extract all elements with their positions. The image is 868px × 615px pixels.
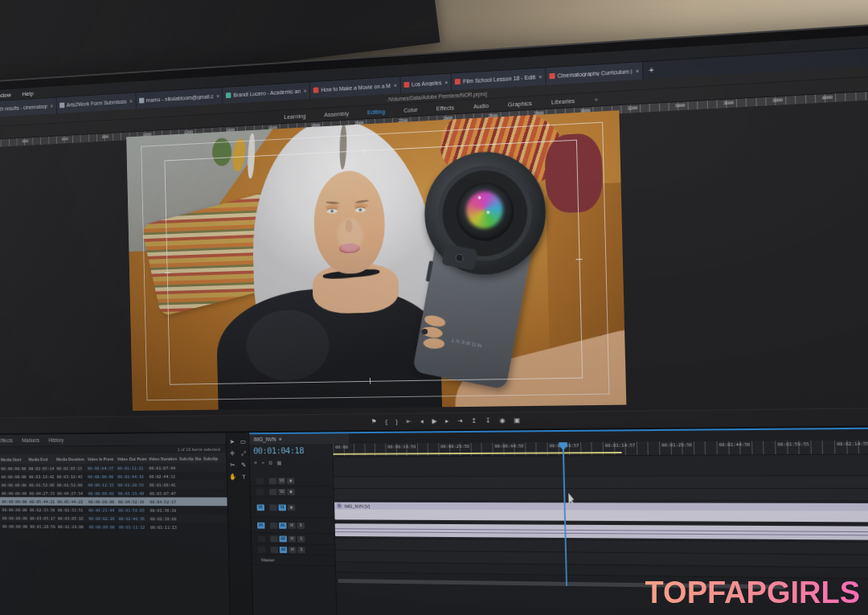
audio-clip[interactable] <box>335 523 868 540</box>
table-row[interactable]: 59.94 fps00:00:00:0000:02:05:1400:02:05:… <box>0 463 227 472</box>
table-row[interactable]: 59.94 fps00:00:00:0000:05:44:2100:05:44:… <box>0 497 227 506</box>
transport-button[interactable]: ▸ <box>445 418 448 424</box>
source-patch[interactable] <box>258 546 265 552</box>
track-header-a2[interactable]: A2MS <box>252 533 334 544</box>
tool-button[interactable]: ▭ <box>240 439 246 445</box>
transport-button[interactable]: ↥ <box>471 418 477 424</box>
transport-button[interactable]: ⇤ <box>407 419 412 425</box>
tab-close-icon[interactable]: × <box>393 83 397 88</box>
column-header[interactable]: Media Start <box>0 457 27 461</box>
column-header[interactable]: Subclip Start <box>177 456 201 461</box>
table-row[interactable]: 59.94 fps00:00:00:0000:01:52:0800:01:52:… <box>0 480 227 489</box>
tool-button[interactable]: ✎ <box>241 462 246 469</box>
table-row[interactable]: 59.94 fps00:00:00:0000:03:18:4200:03:18:… <box>0 472 227 481</box>
source-patch[interactable] <box>257 535 264 542</box>
track-header-a1[interactable]: A1A1MS <box>252 518 334 534</box>
transport-button[interactable]: ▣ <box>514 417 520 424</box>
source-patch[interactable]: V1 <box>257 504 264 510</box>
eye-icon[interactable]: ◉ <box>287 478 295 484</box>
track-header-v2[interactable]: V2◉ <box>251 486 334 498</box>
track-target[interactable]: A3 <box>280 547 288 553</box>
workspace-tab-effects[interactable]: Effects <box>436 104 455 112</box>
lock-icon[interactable] <box>269 504 276 510</box>
panel-tab-markers[interactable]: Markers <box>22 437 39 443</box>
tool-button[interactable]: ✛ <box>230 451 235 457</box>
workspace-tab-graphics[interactable]: Graphics <box>508 99 532 108</box>
track-target[interactable]: A2 <box>279 535 287 542</box>
tab-close-icon[interactable]: × <box>635 68 639 74</box>
timeline-icon[interactable]: ⧉ <box>268 460 272 466</box>
track-target[interactable]: V1 <box>278 504 286 510</box>
lock-icon[interactable] <box>270 522 277 528</box>
column-header[interactable]: Video Duration <box>146 456 177 461</box>
tab-close-icon[interactable]: × <box>129 98 133 104</box>
transport-button[interactable]: ⇥ <box>457 418 463 424</box>
panel-tab-history[interactable]: History <box>48 437 63 443</box>
table-row[interactable]: 59.94 fps00:00:00:0000:04:27:3300:04:27:… <box>0 489 227 498</box>
track-header-v3[interactable]: V3◉ <box>250 475 333 486</box>
tab-close-icon[interactable]: × <box>215 93 219 99</box>
source-patch[interactable]: A1 <box>257 522 264 528</box>
timeline-icon[interactable]: ▦ <box>276 460 281 466</box>
master-track-header[interactable]: Master <box>252 556 335 567</box>
workspace-tab-editing[interactable]: Editing <box>367 108 385 116</box>
column-header[interactable]: Video Out Point <box>115 457 146 461</box>
eye-icon[interactable]: ◉ <box>288 504 296 510</box>
video-clip[interactable]: fx IMG_NVN [V] <box>334 502 868 523</box>
workspace-tab-color[interactable]: Color <box>403 105 418 113</box>
tab-close-icon[interactable]: × <box>444 80 448 85</box>
solo-button[interactable]: S <box>297 535 305 542</box>
tool-button[interactable]: ➤ <box>229 439 234 445</box>
tool-button[interactable]: ✋ <box>229 474 236 481</box>
workspace-overflow-icon[interactable]: » <box>595 96 598 103</box>
solo-button[interactable]: S <box>297 523 305 529</box>
lock-icon[interactable] <box>269 489 276 495</box>
column-header[interactable]: Media End <box>27 457 55 461</box>
source-patch[interactable] <box>256 478 264 484</box>
lock-icon[interactable] <box>271 547 278 553</box>
track-target[interactable]: V3 <box>278 478 286 484</box>
workspace-tab-assembly[interactable]: Assembly <box>324 109 349 118</box>
tab-close-icon[interactable]: × <box>538 74 542 80</box>
track-header-v1[interactable]: V1V1◉ <box>251 498 334 519</box>
transport-button[interactable]: } <box>395 419 398 425</box>
tool-button[interactable]: T <box>242 474 246 481</box>
source-patch[interactable] <box>256 489 264 495</box>
track-v2[interactable] <box>334 489 868 502</box>
transport-button[interactable]: ◉ <box>499 417 505 424</box>
timeline-icon[interactable]: ≡ <box>254 460 257 466</box>
table-row[interactable]: 59.94 fps00:00:00:0000:01:28:5900:01:29:… <box>0 522 227 531</box>
column-header[interactable]: Subclip End <box>201 456 219 461</box>
track-v3[interactable] <box>334 476 868 489</box>
menu-item-help[interactable]: Help <box>22 90 33 97</box>
track-target[interactable]: A1 <box>279 522 287 528</box>
solo-button[interactable]: S <box>297 547 305 553</box>
column-header[interactable]: Media Duration <box>55 457 86 461</box>
panel-tab-effects[interactable]: Effects <box>0 438 13 444</box>
mute-button[interactable]: M <box>288 523 296 529</box>
transport-button[interactable]: { <box>385 419 387 425</box>
transport-button[interactable]: ▶ <box>432 418 436 424</box>
panel-menu-icon[interactable]: ≡ <box>279 437 282 442</box>
mute-button[interactable]: M <box>289 535 297 542</box>
transport-button[interactable]: ↧ <box>485 418 491 424</box>
work-area-bar[interactable] <box>334 452 622 455</box>
tab-close-icon[interactable]: × <box>303 88 307 93</box>
workspace-tab-audio[interactable]: Audio <box>473 101 489 109</box>
mute-button[interactable]: M <box>289 547 297 553</box>
timeline-icon[interactable]: ⌖ <box>261 460 264 466</box>
playhead-timecode[interactable]: 00:01:04:18 <box>253 445 304 456</box>
workspace-tab-libraries[interactable]: Libraries <box>551 96 575 105</box>
sequence-tab[interactable]: IMG_NVN ≡ <box>249 433 349 445</box>
lock-icon[interactable] <box>270 535 277 542</box>
track-header-a3[interactable]: A3MS <box>252 544 334 556</box>
track-v1[interactable]: fx IMG_NVN [V] <box>334 501 868 526</box>
tab-close-icon[interactable]: × <box>50 103 54 109</box>
tool-button[interactable]: ⤢ <box>241 451 246 457</box>
transport-button[interactable]: ◂ <box>420 419 424 425</box>
tool-button[interactable]: ✂ <box>230 462 235 469</box>
browser-tab[interactable]: Los Angeles× <box>400 74 452 94</box>
new-tab-button[interactable]: + <box>643 61 660 80</box>
eye-icon[interactable]: ◉ <box>287 489 295 495</box>
column-header[interactable]: Video In Point <box>85 457 115 461</box>
